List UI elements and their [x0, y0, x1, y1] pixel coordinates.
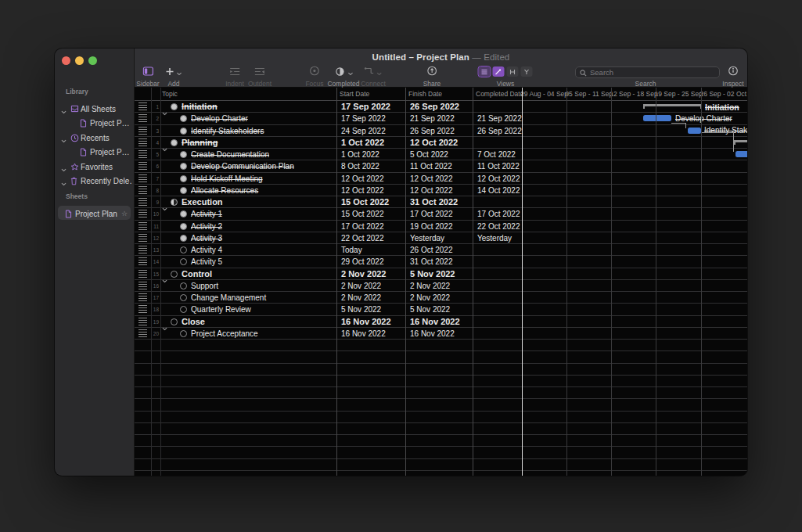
topic-cell[interactable]: Hold Kickoff Meeting [160, 173, 336, 184]
gantt-task-bar[interactable] [688, 128, 701, 134]
completed-date-cell[interactable] [473, 316, 522, 327]
add-button[interactable]: Add [166, 66, 182, 88]
row-drag-handle[interactable] [135, 149, 151, 160]
finish-date-cell[interactable]: 12 Oct 2022 [405, 173, 473, 184]
column-header-topic[interactable]: Topic [162, 90, 178, 98]
completed-date-cell[interactable]: 17 Oct 2022 [473, 208, 522, 219]
column-header-start-date[interactable]: Start Date [340, 90, 369, 98]
start-date-cell[interactable]: 29 Oct 2022 [336, 256, 405, 267]
row-drag-handle[interactable] [135, 173, 151, 184]
row-drag-handle[interactable] [135, 232, 151, 243]
start-date-cell[interactable]: 24 Sep 2022 [336, 125, 405, 136]
start-date-cell[interactable]: 12 Oct 2022 [336, 185, 405, 196]
finish-date-cell[interactable]: 2 Nov 2022 [405, 280, 473, 291]
gantt-summary-bar[interactable] [643, 104, 702, 106]
finish-date-cell[interactable]: 26 Sep 2022 [405, 101, 473, 112]
status-circle[interactable] [180, 258, 187, 265]
topic-cell[interactable]: Planning [160, 137, 336, 148]
status-circle[interactable] [171, 271, 178, 278]
topic-cell[interactable]: Control [160, 268, 336, 279]
finish-date-cell[interactable]: 21 Sep 2022 [405, 113, 473, 124]
status-circle[interactable] [180, 223, 187, 230]
column-header-completed-date[interactable]: Completed Date [476, 90, 523, 98]
row-drag-handle[interactable] [135, 125, 151, 136]
finish-date-cell[interactable]: Yesterday [405, 232, 473, 243]
status-circle[interactable] [180, 235, 187, 242]
disclosure-chevron-icon[interactable] [61, 107, 67, 116]
completed-date-cell[interactable]: 12 Oct 2022 [473, 173, 522, 184]
status-circle[interactable] [180, 210, 187, 217]
view-calendar-button[interactable] [521, 66, 533, 77]
topic-cell[interactable]: Develop Charter [160, 113, 336, 124]
topic-cell[interactable]: Activity 1 [160, 208, 336, 219]
disclosure-chevron-icon[interactable] [61, 165, 67, 174]
finish-date-cell[interactable]: 2 Nov 2022 [405, 292, 473, 303]
status-circle[interactable] [171, 199, 178, 206]
status-circle[interactable] [180, 151, 187, 158]
indent-button[interactable]: Indent [225, 66, 244, 88]
search-input[interactable] [590, 68, 715, 77]
completed-date-cell[interactable] [473, 256, 522, 267]
topic-cell[interactable]: Develop Communication Plan [160, 160, 336, 171]
row-drag-handle[interactable] [135, 221, 151, 232]
status-circle[interactable] [180, 246, 187, 253]
topic-cell[interactable]: Initiation [160, 101, 336, 112]
status-circle[interactable] [171, 318, 178, 325]
topic-cell[interactable]: Execution [160, 196, 336, 207]
zoom-window-button[interactable] [88, 56, 97, 65]
completed-filter-button[interactable]: Completed [327, 66, 359, 88]
completed-date-cell[interactable] [473, 292, 522, 303]
status-circle[interactable] [171, 139, 178, 146]
finish-date-cell[interactable]: 5 Oct 2022 [405, 149, 473, 160]
completed-date-cell[interactable]: 21 Sep 2022 [473, 113, 522, 124]
finish-date-cell[interactable]: 12 Oct 2022 [405, 137, 473, 148]
finish-date-cell[interactable]: 19 Oct 2022 [405, 221, 473, 232]
row-drag-handle[interactable] [135, 304, 151, 315]
topic-cell[interactable]: Activity 2 [160, 221, 336, 232]
completed-date-cell[interactable] [473, 304, 522, 315]
completed-date-cell[interactable] [473, 268, 522, 279]
completed-date-cell[interactable] [473, 328, 522, 339]
topic-cell[interactable]: Close [160, 316, 336, 327]
finish-date-cell[interactable]: 11 Oct 2022 [405, 160, 473, 171]
status-circle[interactable] [180, 163, 187, 170]
column-header-finish-date[interactable]: Finish Date [408, 90, 442, 98]
start-date-cell[interactable]: 8 Oct 2022 [336, 160, 405, 171]
finish-date-cell[interactable]: 5 Nov 2022 [405, 268, 473, 279]
completed-date-cell[interactable]: 14 Oct 2022 [473, 185, 522, 196]
status-circle[interactable] [180, 330, 187, 337]
start-date-cell[interactable]: 2 Nov 2022 [336, 280, 405, 291]
share-button[interactable]: Share [423, 66, 441, 88]
status-circle[interactable] [180, 187, 187, 194]
row-drag-handle[interactable] [135, 328, 151, 339]
status-circle[interactable] [180, 294, 187, 301]
row-drag-handle[interactable] [135, 196, 151, 207]
status-circle[interactable] [180, 115, 187, 122]
topic-cell[interactable]: Allocate Resources [160, 185, 336, 196]
view-outline-button[interactable] [479, 66, 491, 77]
topic-cell[interactable]: Create Documentation [160, 149, 336, 160]
row-drag-handle[interactable] [135, 160, 151, 171]
sidebar-item-all-sheets[interactable]: All Sheets [55, 103, 134, 117]
focus-button[interactable]: Focus [305, 66, 323, 88]
start-date-cell[interactable]: Today [336, 244, 405, 255]
finish-date-cell[interactable]: 12 Oct 2022 [405, 185, 473, 196]
sidebar-item-recently-dele[interactable]: Recently Dele… [55, 175, 134, 189]
topic-cell[interactable]: Activity 5 [160, 256, 336, 267]
start-date-cell[interactable]: 2 Nov 2022 [336, 268, 405, 279]
completed-date-cell[interactable] [473, 196, 522, 207]
search-field[interactable] [575, 66, 720, 78]
finish-date-cell[interactable]: 31 Oct 2022 [405, 196, 473, 207]
finish-date-cell[interactable]: 16 Nov 2022 [405, 328, 473, 339]
row-drag-handle[interactable] [135, 244, 151, 255]
start-date-cell[interactable]: 17 Oct 2022 [336, 221, 405, 232]
sidebar-item-project-plan[interactable]: Project Plan☆ [55, 208, 134, 221]
row-drag-handle[interactable] [135, 137, 151, 148]
finish-date-cell[interactable]: 26 Sep 2022 [405, 125, 473, 136]
row-drag-handle[interactable] [135, 208, 151, 219]
row-drag-handle[interactable] [135, 268, 151, 279]
connect-button[interactable]: Connect [361, 66, 386, 88]
completed-date-cell[interactable]: 11 Oct 2022 [473, 160, 522, 171]
completed-date-cell[interactable] [473, 280, 522, 291]
gantt-task-bar[interactable] [643, 115, 671, 121]
